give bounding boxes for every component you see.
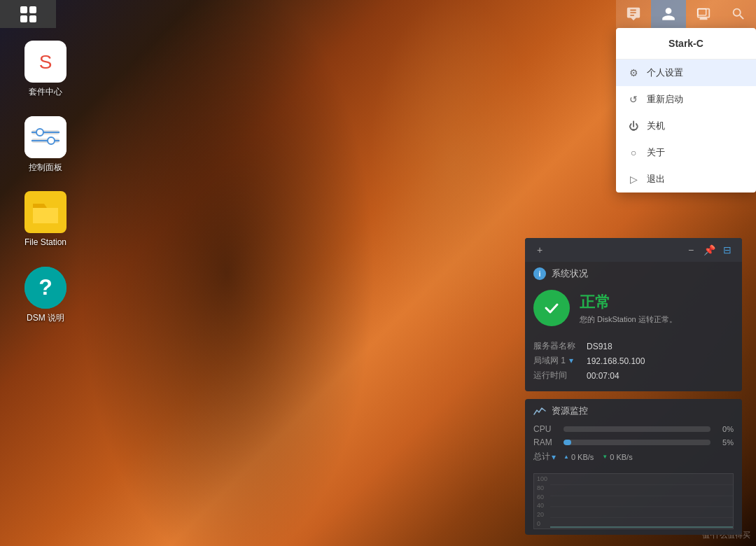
widget-header-right: − 📌 ⊟ [683, 242, 735, 258]
system-status-info-icon: i [533, 267, 546, 280]
chart-y-0: 0 [537, 520, 547, 527]
about-icon: ○ [627, 147, 640, 158]
resource-monitor-icon [533, 405, 546, 417]
menu-item-restart[interactable]: ↺ 重新启动 [616, 86, 756, 113]
shutdown-icon: ⏻ [627, 120, 640, 132]
uptime-label: 运行时间 [533, 370, 582, 382]
status-content-area: 正常 您的 DiskStation 运转正常。 [525, 284, 742, 336]
network-values: ▲ 0 KB/s ▼ 0 KB/s [564, 453, 633, 461]
network-row: 局域网 1 ▾ 192.168.50.100 [533, 355, 734, 367]
menu-item-restart-label: 重新启动 [647, 93, 683, 106]
chart-y-40: 40 [537, 502, 547, 509]
logout-icon: ▷ [627, 174, 640, 185]
resource-monitor-widget: 资源监控 CPU 0% RAM 5% 总计 ▾ ▲ 0 KB/s [525, 399, 742, 535]
screen-taskbar-icon[interactable] [686, 0, 721, 28]
user-menu-username: Stark-C [616, 28, 756, 59]
resource-chart-area: 100 80 60 40 20 0 [533, 473, 734, 529]
chart-body [550, 474, 733, 528]
upload-speed: 0 KB/s [571, 453, 594, 461]
ram-label: RAM [533, 438, 558, 447]
status-ok-badge [533, 290, 570, 326]
widget-pin-button[interactable]: 📌 [701, 242, 717, 258]
dsm-help-icon[interactable]: ? DSM 说明 [14, 261, 77, 330]
system-status-title-text: 系统状况 [552, 267, 588, 280]
resource-section-title: 资源监控 [525, 399, 742, 421]
desktop-icons-container: S 套件中心 控制面板 [14, 35, 77, 329]
svg-point-7 [48, 137, 55, 144]
system-status-section-title: i 系统状况 [525, 262, 742, 284]
control-panel-label: 控制面板 [29, 162, 62, 174]
svg-text:?: ? [38, 274, 52, 300]
control-panel-image [24, 116, 66, 158]
download-arrow-icon: ▼ [602, 454, 608, 460]
resource-rows: CPU 0% RAM 5% 总计 ▾ ▲ 0 KB/s [525, 421, 742, 472]
download-value: ▼ 0 KB/s [602, 453, 632, 461]
dsm-help-image: ? [24, 267, 66, 309]
server-name-label: 服务器名称 [533, 340, 582, 352]
widget-add-button[interactable]: + [532, 242, 547, 258]
menu-item-about[interactable]: ○ 关于 [616, 139, 756, 166]
menu-item-shutdown[interactable]: ⏻ 关机 [616, 113, 756, 139]
chart-y-80: 80 [537, 484, 547, 491]
chart-y-labels: 100 80 60 40 20 0 [534, 474, 550, 528]
system-status-widget: + − 📌 ⊟ i 系统状况 正常 您的 DiskStation 运转正常。 服… [525, 238, 742, 391]
svg-text:S: S [39, 51, 52, 73]
personal-settings-icon: ⚙ [627, 67, 640, 78]
cpu-label: CPU [533, 424, 558, 434]
apps-grid-icon [20, 6, 36, 22]
status-ok-label: 正常 [580, 292, 734, 313]
widget-collapse-button[interactable]: ⊟ [720, 242, 735, 258]
file-station-image [24, 191, 66, 233]
suite-center-label: 套件中心 [29, 87, 62, 98]
network-label: 局域网 1 ▾ [533, 355, 582, 367]
uptime-row: 运行时间 00:07:04 [533, 370, 734, 382]
network-total-label: 总计 ▾ [533, 451, 558, 463]
menu-item-logout[interactable]: ▷ 退出 [616, 166, 756, 192]
widget-minimize-button[interactable]: − [683, 242, 699, 258]
suite-center-icon[interactable]: S 套件中心 [14, 35, 77, 104]
network-dropdown-icon[interactable]: ▾ [569, 356, 573, 365]
cpu-percent-label: 0% [716, 425, 734, 433]
system-status-header: + − 📌 ⊟ [525, 238, 742, 262]
user-menu-dropdown: Stark-C ⚙ 个人设置 ↺ 重新启动 ⏻ 关机 ○ 关于 ▷ 退出 [616, 28, 756, 192]
file-station-label: File Station [24, 237, 66, 248]
widget-header-left: + [532, 242, 547, 258]
upload-arrow-icon: ▲ [564, 454, 569, 460]
status-text-area: 正常 您的 DiskStation 运转正常。 [580, 292, 734, 325]
status-description: 您的 DiskStation 运转正常。 [580, 314, 734, 325]
chart-y-20: 20 [537, 511, 547, 518]
resource-title-text: 资源监控 [552, 405, 588, 417]
search-taskbar-icon[interactable] [721, 0, 756, 28]
uptime-value: 00:07:04 [587, 371, 620, 381]
suite-center-image: S [24, 41, 66, 83]
upload-value: ▲ 0 KB/s [564, 453, 594, 461]
taskbar [616, 0, 756, 28]
svg-rect-3 [24, 116, 66, 158]
chart-y-60: 60 [537, 493, 547, 500]
restart-icon: ↺ [627, 94, 640, 105]
server-name-row: 服务器名称 DS918 [533, 340, 734, 352]
cpu-resource-row: CPU 0% [533, 424, 734, 434]
user-taskbar-icon[interactable] [651, 0, 686, 28]
menu-item-personal-label: 个人设置 [647, 66, 683, 79]
svg-point-6 [36, 129, 43, 136]
control-panel-icon[interactable]: 控制面板 [14, 111, 77, 179]
ram-percent-label: 5% [716, 438, 734, 447]
file-station-icon[interactable]: File Station [14, 186, 77, 254]
download-speed: 0 KB/s [610, 453, 632, 461]
menu-item-about-label: 关于 [647, 146, 665, 159]
chart-y-100: 100 [537, 475, 547, 482]
chat-taskbar-icon[interactable] [616, 0, 651, 28]
network-dropdown-arrow[interactable]: ▾ [552, 452, 556, 462]
menu-item-personal[interactable]: ⚙ 个人设置 [616, 59, 756, 86]
menu-item-logout-label: 退出 [647, 173, 665, 186]
apps-button[interactable] [0, 0, 56, 28]
dsm-help-label: DSM 说明 [27, 313, 64, 324]
menu-item-shutdown-label: 关机 [647, 120, 665, 132]
ram-resource-row: RAM 5% [533, 438, 734, 447]
ram-progress-bg [564, 440, 710, 445]
status-details-area: 服务器名称 DS918 局域网 1 ▾ 192.168.50.100 运行时间 … [525, 336, 742, 391]
server-name-value: DS918 [587, 342, 612, 351]
svg-rect-0 [698, 9, 706, 15]
network-ip-value: 192.168.50.100 [587, 356, 645, 366]
